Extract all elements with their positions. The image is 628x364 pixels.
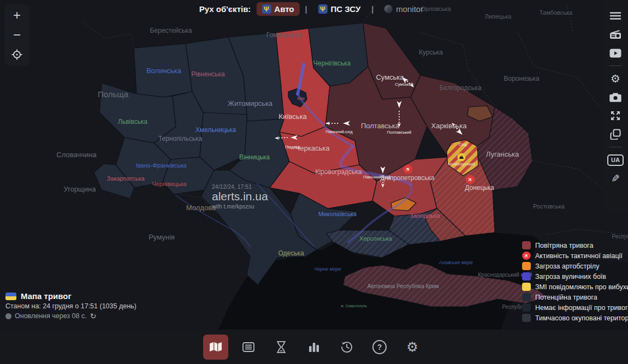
layers-button[interactable] — [603, 125, 628, 144]
svg-text:Житомирська: Житомирська — [228, 99, 273, 108]
legend-item: ✈ Активність тактичної авіації — [522, 250, 628, 261]
svg-text:Чернігівська: Чернігівська — [313, 59, 351, 67]
svg-text:Угорщина: Угорщина — [64, 185, 97, 193]
svg-text:Північний-схід: Північний-схід — [325, 129, 353, 134]
camera-icon — [609, 92, 621, 102]
play-video-icon — [609, 49, 621, 58]
svg-text:Ростовська: Ростовська — [533, 203, 565, 210]
tab-settings[interactable]: ⚙ — [400, 335, 425, 360]
svg-text:Київська: Київська — [279, 112, 307, 121]
air-alert-swatch — [522, 241, 531, 249]
svg-text:Гомельська: Гомельська — [266, 31, 302, 39]
map-icon — [209, 342, 222, 353]
ukraine-flag-icon — [5, 293, 16, 300]
tab-timer[interactable] — [269, 335, 294, 360]
watermark-credit: with t.me/kpszsu — [212, 203, 268, 210]
svg-text:Чернівецька: Чернівецька — [152, 181, 187, 187]
monitor-icon — [384, 5, 393, 13]
svg-text:Чорне море: Чорне море — [314, 266, 341, 272]
svg-text:Рівненська: Рівненська — [191, 70, 225, 78]
object-movement-bar: Рух об'єктів: Ψ Авто | Ψ ПС ЗСУ | monito… — [199, 2, 429, 16]
svg-text:Львівська: Львівська — [118, 118, 147, 126]
artillery-threat-swatch — [522, 262, 531, 270]
svg-text:Волинська: Волинська — [146, 67, 182, 75]
update-status-dot — [5, 313, 11, 319]
radio-button[interactable] — [603, 25, 628, 44]
edit-button[interactable]: ✎ — [603, 169, 628, 188]
tab-statistics[interactable] — [301, 335, 327, 360]
svg-text:Тамбовська: Тамбовська — [540, 9, 573, 16]
watermark: 24/12/24, 17:51 alerts.in.ua with t.me/k… — [212, 183, 268, 210]
svg-text:Сумська: Сумська — [376, 73, 404, 81]
history-clock-icon — [341, 341, 353, 353]
fullscreen-arrows-icon — [610, 110, 621, 121]
svg-text:Польща: Польща — [98, 89, 129, 99]
tab-news[interactable] — [236, 335, 261, 360]
svg-text:Північний-схід: Північний-схід — [363, 175, 390, 180]
svg-text:Донецька: Донецька — [465, 184, 494, 192]
radio-icon — [609, 29, 621, 39]
map-title: Мапа тривог — [21, 291, 72, 301]
svg-text:Івано-Франківська: Івано-Франківська — [136, 162, 187, 169]
language-button[interactable]: UA — [603, 151, 628, 169]
potential-alert-swatch — [522, 293, 531, 301]
svg-text:Миколаївська: Миколаївська — [318, 211, 357, 217]
fullscreen-button[interactable] — [603, 106, 628, 125]
map-settings-button[interactable]: ⚙ — [603, 69, 628, 88]
aviation-marker: ✈ — [404, 165, 413, 174]
separator: | — [305, 5, 307, 14]
alert-legend: Повітряна тривога ✈ Активність тактичної… — [522, 240, 628, 323]
zoom-out-button[interactable]: − — [4, 25, 29, 45]
screenshot-button[interactable] — [603, 88, 628, 106]
svg-text:Вінницька: Вінницька — [239, 153, 270, 161]
svg-text:Республіка: Республіка — [612, 234, 628, 240]
svg-text:м. Севастополь: м. Севастополь — [341, 304, 367, 308]
menu-button[interactable] — [603, 7, 628, 25]
svg-text:Схід: Схід — [458, 142, 467, 147]
occupied-territories-swatch — [522, 314, 531, 322]
street-fights-swatch — [522, 272, 531, 281]
tab-map[interactable] — [203, 335, 228, 360]
svg-text:Київ: Київ — [297, 97, 305, 100]
svg-text:Липецька: Липецька — [485, 13, 512, 20]
tab-help[interactable]: ? — [367, 335, 392, 360]
hamburger-icon — [609, 11, 621, 20]
video-button[interactable] — [603, 44, 628, 62]
svg-text:Автономна Республіка Крим: Автономна Республіка Крим — [367, 283, 439, 289]
geolocate-button[interactable] — [4, 45, 29, 64]
right-sidebar: ⚙ UA ✎ — [603, 0, 628, 212]
legend-item: Загроза артобстрілу — [522, 261, 628, 271]
refresh-icon[interactable]: ↻ — [90, 312, 97, 320]
zoom-in-button[interactable]: + — [4, 5, 29, 25]
svg-text:Харківська: Харківська — [431, 122, 467, 130]
movement-ps-zsu-button[interactable]: Ψ ПС ЗСУ — [312, 2, 366, 16]
svg-text:Південь: Південь — [285, 145, 300, 150]
svg-text:Бєлгородська: Бєлгородська — [440, 84, 482, 92]
svg-text:Херсонська: Херсонська — [359, 235, 393, 242]
movement-auto-button[interactable]: Ψ Авто — [256, 2, 299, 16]
svg-text:Курська: Курська — [419, 49, 443, 56]
tab-history[interactable] — [334, 335, 359, 360]
legend-item: Загроза вуличних боїв — [522, 271, 628, 282]
watermark-site: alerts.in.ua — [212, 190, 268, 203]
update-text: Оновлення через 08 с. — [15, 312, 87, 320]
news-list-icon — [242, 342, 254, 352]
svg-text:Краматорський: Краматорський — [448, 162, 475, 166]
sidebar-divider — [609, 65, 622, 66]
no-info-swatch — [522, 303, 531, 312]
svg-text:Запорізька: Запорізька — [410, 212, 440, 219]
svg-text:Румунія: Румунія — [149, 233, 175, 241]
svg-text:Одеська: Одеська — [278, 249, 304, 257]
svg-text:Черкаська: Черкаська — [295, 144, 330, 152]
as-of-text: Станом на: 24 грудня о 17:51 (1035 день) — [5, 302, 137, 310]
alerts-map-app: ✈ ✈ Польща Словаччина Угорщина Румунія М… — [0, 0, 628, 364]
svg-text:Полтавська: Полтавська — [361, 122, 400, 130]
svg-text:Тернопільська: Тернопільська — [158, 135, 202, 142]
movement-monitor-button[interactable]: monitor — [379, 2, 429, 16]
language-label: UA — [607, 154, 624, 166]
explosions-reported-swatch — [522, 283, 531, 291]
layers-icon — [610, 129, 621, 140]
svg-text:Хмельницька: Хмельницька — [195, 126, 236, 134]
aviation-marker: ✈ — [466, 175, 475, 184]
legend-item: Тимчасово окуповані території — [522, 313, 628, 323]
